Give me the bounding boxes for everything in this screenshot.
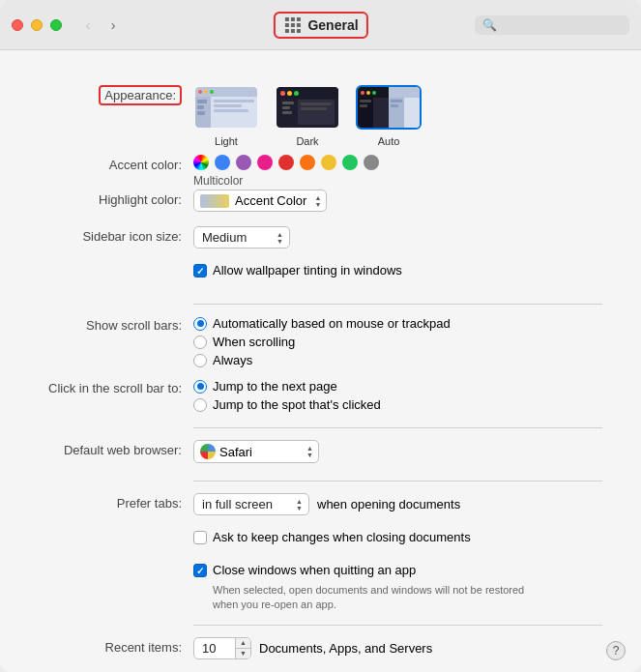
- highlight-color-content: Accent Color ▲ ▼: [193, 190, 602, 212]
- prefer-tabs-content: in full screen ▲ ▼ when opening document…: [193, 493, 602, 515]
- accent-graphite[interactable]: [364, 155, 379, 170]
- recent-items-value: 10: [202, 641, 216, 656]
- search-bar[interactable]: 🔍 ✕: [475, 15, 629, 35]
- lt-close-dot: [198, 90, 202, 94]
- ask-changes-checkbox[interactable]: [193, 531, 207, 544]
- minimize-button[interactable]: [31, 19, 43, 31]
- prefer-tabs-value: in full screen: [202, 497, 273, 511]
- dark-body: [280, 100, 335, 125]
- light-main: [211, 97, 257, 128]
- nav-forward-button[interactable]: ›: [102, 15, 124, 36]
- separator-1: [193, 304, 602, 305]
- browser-content: Safari ▲ ▼: [193, 440, 602, 463]
- close-windows-checkbox[interactable]: [193, 564, 207, 577]
- appearance-dark[interactable]: Dark: [275, 85, 340, 147]
- appearance-auto-label: Auto: [378, 135, 400, 147]
- scroll-bars-label: Show scroll bars:: [0, 316, 193, 333]
- accent-purple[interactable]: [236, 155, 251, 170]
- accent-orange[interactable]: [300, 155, 315, 170]
- accent-green[interactable]: [342, 155, 358, 170]
- appearance-auto[interactable]: Auto: [356, 85, 422, 147]
- appearance-light-thumb: [193, 85, 259, 130]
- accent-pink[interactable]: [257, 155, 273, 170]
- highlight-color-select[interactable]: Accent Color ▲ ▼: [193, 190, 327, 212]
- scroll-auto-row: Automatically based on mouse or trackpad: [193, 316, 451, 331]
- appearance-dark-thumb: [275, 85, 340, 130]
- click-next-row: Jump to the next page: [193, 379, 337, 394]
- browser-label: Default web browser:: [0, 440, 193, 457]
- browser-value: Safari: [219, 445, 252, 459]
- lt-max-dot: [210, 90, 214, 94]
- window: ‹ › General 🔍 ✕: [0, 0, 641, 672]
- close-button[interactable]: [12, 19, 23, 31]
- sidebar-icon-value: Medium: [202, 230, 247, 245]
- accent-multicolor[interactable]: [193, 155, 209, 170]
- sidebar-icon-select[interactable]: Medium ▲ ▼: [193, 226, 290, 248]
- close-windows-spacer: [0, 563, 193, 566]
- recent-items-down[interactable]: ▼: [236, 649, 250, 658]
- accent-color-label: Accent color:: [0, 155, 193, 172]
- accent-color-row: Accent color: Multicolor: [0, 155, 602, 188]
- close-windows-checkbox-row: Close windows when quitting an app: [193, 563, 416, 577]
- accent-blue[interactable]: [215, 155, 230, 170]
- highlight-color-value: Accent Color: [235, 193, 306, 208]
- traffic-lights: [12, 19, 62, 31]
- scroll-scrolling-row: When scrolling: [193, 335, 295, 349]
- prefer-tabs-row: Prefer tabs: in full screen ▲ ▼ when ope…: [0, 493, 602, 522]
- accent-red[interactable]: [278, 155, 294, 170]
- recent-items-stepper[interactable]: 10 ▲ ▼: [193, 637, 251, 659]
- appearance-label-highlight: Appearance:: [99, 85, 182, 105]
- separator-3: [193, 481, 602, 482]
- close-windows-label: Close windows when quitting an app: [213, 563, 416, 577]
- maximize-button[interactable]: [50, 19, 62, 31]
- close-windows-note: When selected, open documents and window…: [213, 583, 541, 613]
- accent-color-swatches: [193, 155, 379, 170]
- help-button[interactable]: ?: [606, 641, 626, 660]
- click-next-radio[interactable]: [193, 380, 207, 394]
- lt-min-dot: [204, 90, 208, 94]
- nav-back-button[interactable]: ‹: [77, 15, 99, 36]
- ask-changes-row: Ask to keep changes when closing documen…: [0, 530, 602, 559]
- sidebar-icon-arrows: ▲ ▼: [277, 231, 283, 245]
- search-input[interactable]: [501, 18, 641, 32]
- appearance-light[interactable]: Light: [193, 85, 259, 147]
- click-scroll-content: Jump to the next page Jump to the spot t…: [193, 379, 602, 416]
- browser-row: Default web browser: Safari ▲ ▼: [0, 440, 602, 469]
- grid-icon: [282, 15, 302, 35]
- ask-changes-checkbox-row: Ask to keep changes when closing documen…: [193, 530, 471, 544]
- wallpaper-row: Allow wallpaper tinting in windows: [0, 263, 602, 292]
- recent-items-content: 10 ▲ ▼ Documents, Apps, and Servers: [193, 637, 602, 659]
- sidebar-icon-label: Sidebar icon size:: [0, 226, 193, 244]
- click-spot-label: Jump to the spot that's clicked: [213, 397, 381, 412]
- ask-changes-content: Ask to keep changes when closing documen…: [193, 530, 602, 548]
- accent-yellow[interactable]: [321, 155, 336, 170]
- highlight-swatch: [200, 194, 229, 208]
- click-spot-radio[interactable]: [193, 398, 207, 412]
- appearance-row: Appearance:: [0, 70, 602, 147]
- wallpaper-checkbox[interactable]: [193, 264, 207, 278]
- browser-select[interactable]: Safari ▲ ▼: [193, 440, 319, 463]
- dark-topbar: [277, 87, 338, 99]
- separator-4: [193, 625, 602, 626]
- scroll-auto-radio[interactable]: [193, 317, 207, 331]
- wallpaper-checkbox-row: Allow wallpaper tinting in windows: [193, 263, 402, 278]
- prefer-tabs-select[interactable]: in full screen ▲ ▼: [193, 493, 309, 515]
- click-scroll-row: Click in the scroll bar to: Jump to the …: [0, 379, 602, 416]
- recent-items-up[interactable]: ▲: [236, 638, 250, 649]
- dark-sidebar: [280, 100, 296, 125]
- dark-main: [298, 100, 335, 125]
- highlight-arrows: ▲ ▼: [314, 194, 321, 208]
- wallpaper-row-spacer: [0, 263, 193, 266]
- titlebar: ‹ › General 🔍 ✕: [0, 0, 641, 50]
- highlight-color-row: Highlight color: Accent Color ▲ ▼: [0, 190, 602, 219]
- nav-buttons: ‹ ›: [77, 15, 124, 36]
- scroll-bars-row: Show scroll bars: Automatically based on…: [0, 316, 602, 371]
- scroll-scrolling-label: When scrolling: [213, 335, 295, 349]
- search-icon: 🔍: [482, 18, 497, 32]
- sidebar-icon-row: Sidebar icon size: Medium ▲ ▼: [0, 226, 602, 255]
- scroll-scrolling-radio[interactable]: [193, 336, 207, 349]
- scroll-always-radio[interactable]: [193, 354, 207, 367]
- wallpaper-content: Allow wallpaper tinting in windows: [193, 263, 602, 281]
- prefer-tabs-wrap: in full screen ▲ ▼ when opening document…: [193, 493, 460, 515]
- appearance-options-group: Light: [193, 85, 422, 147]
